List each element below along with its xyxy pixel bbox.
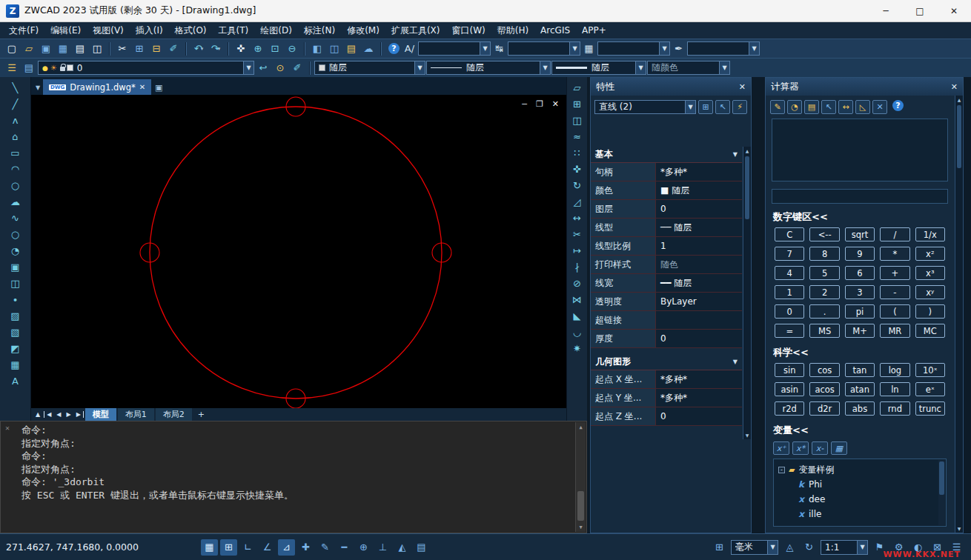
erase-icon[interactable]: ▱ bbox=[569, 79, 586, 96]
command-scrollbar[interactable]: ▲ ▼ bbox=[575, 422, 586, 532]
plot-icon[interactable]: ▤ bbox=[72, 41, 88, 56]
variable-item[interactable]: x ille bbox=[778, 507, 935, 521]
property-value[interactable]: *多种* bbox=[656, 370, 742, 388]
region-icon[interactable]: ◩ bbox=[7, 340, 24, 356]
annotation-visibility-icon[interactable]: ◬ bbox=[781, 539, 798, 556]
arc-icon[interactable]: ◠ bbox=[7, 161, 24, 177]
first-tab-icon[interactable]: ◀ bbox=[44, 411, 53, 418]
scroll-down-icon[interactable]: ▼ bbox=[958, 524, 961, 533]
distance-icon[interactable]: ↔ bbox=[838, 100, 853, 114]
command-line-window[interactable]: ✕ 命令:指定对角点:命令:指定对角点:命令: '_3dorbit按 ESC 或… bbox=[0, 421, 587, 533]
property-row[interactable]: 打印样式 随色 bbox=[591, 256, 742, 274]
property-value[interactable]: 0 bbox=[656, 200, 742, 218]
copy-object-icon[interactable]: ⊞ bbox=[569, 96, 586, 112]
calc-key[interactable]: eˣ bbox=[915, 382, 945, 396]
calc-key[interactable]: MC bbox=[915, 324, 945, 338]
ortho-toggle[interactable]: ∟ bbox=[239, 539, 256, 556]
intersection-icon[interactable]: ✕ bbox=[872, 100, 887, 114]
document-tab[interactable]: DWG Drawing1.dwg* ✕ bbox=[43, 79, 151, 95]
dynamic-input-toggle[interactable]: ✎ bbox=[317, 539, 334, 556]
history-icon[interactable]: ◔ bbox=[787, 100, 802, 114]
extend-icon[interactable]: ↦ bbox=[569, 242, 586, 259]
scrollbar-thumb[interactable] bbox=[957, 105, 961, 168]
insert-block-icon[interactable]: ▣ bbox=[7, 259, 24, 275]
collapse-icon[interactable]: ▼ bbox=[733, 359, 738, 365]
menu-item[interactable]: 帮助(H) bbox=[491, 23, 534, 39]
calculator-scrollbar[interactable]: ▲ ▼ bbox=[955, 96, 963, 533]
fillet-icon[interactable]: ◡ bbox=[569, 324, 586, 340]
calc-key[interactable]: ( bbox=[880, 304, 909, 319]
minimize-button[interactable]: ─ bbox=[869, 0, 903, 21]
close-button[interactable]: ✕ bbox=[937, 0, 971, 21]
calc-key[interactable]: tan bbox=[845, 363, 875, 377]
doc-minimize-icon[interactable]: ─ bbox=[522, 99, 527, 109]
scientific-section-title[interactable]: 科学<< bbox=[766, 339, 954, 361]
named-views-icon[interactable]: ◧ bbox=[309, 41, 325, 56]
new-document-icon[interactable]: ▣ bbox=[151, 83, 166, 95]
calc-key[interactable]: C bbox=[775, 227, 804, 241]
numpad-section-title[interactable]: 数字键区<< bbox=[766, 204, 954, 226]
construction-line-icon[interactable]: ╱ bbox=[7, 96, 24, 112]
paste-icon[interactable]: ⊟ bbox=[148, 41, 165, 56]
property-row[interactable]: 超链接 bbox=[591, 311, 742, 330]
menu-item[interactable]: 窗口(W) bbox=[445, 23, 491, 39]
rectangle-icon[interactable]: ▭ bbox=[7, 144, 24, 161]
property-row[interactable]: 句柄 *多种* bbox=[591, 163, 742, 181]
calculator-grid-icon[interactable]: ▦ bbox=[831, 441, 847, 455]
calc-key[interactable]: 2 bbox=[809, 285, 839, 299]
calc-key[interactable]: trunc bbox=[915, 401, 945, 416]
property-value[interactable] bbox=[656, 311, 742, 329]
units-grid-icon[interactable]: ⊞ bbox=[711, 539, 728, 556]
menu-item[interactable]: 修改(M) bbox=[341, 23, 385, 39]
chevron-down-icon[interactable]: ▼ bbox=[659, 42, 669, 55]
hatch-icon[interactable]: ▨ bbox=[7, 307, 24, 324]
save-as-icon[interactable]: ▦ bbox=[55, 41, 71, 56]
property-row[interactable]: 线宽 ━━ 随层 bbox=[591, 274, 742, 293]
pickadd-toggle-icon[interactable]: ⊞ bbox=[698, 100, 713, 114]
menu-item[interactable]: 绘图(D) bbox=[254, 23, 298, 39]
tab-list-dropdown-icon[interactable]: ▼ bbox=[33, 84, 43, 95]
annotation-toggle[interactable]: ◭ bbox=[394, 539, 411, 556]
markup-icon[interactable]: ☁ bbox=[360, 41, 377, 56]
style-combobox[interactable]: ▼ bbox=[508, 41, 580, 56]
calc-key[interactable]: 7 bbox=[775, 247, 804, 261]
cycle-select-toggle[interactable]: ⊕ bbox=[355, 539, 372, 556]
zoom-previous-icon[interactable]: ⊖ bbox=[284, 41, 300, 56]
gradient-icon[interactable]: ▧ bbox=[7, 324, 24, 340]
edit-expression-icon[interactable]: ✎ bbox=[770, 100, 785, 114]
layer-combobox[interactable]: ● ☀ 0 ▼ bbox=[38, 61, 254, 75]
tree-root-row[interactable]: - ▰ 变量样例 bbox=[778, 462, 935, 477]
scroll-down-icon[interactable]: ▼ bbox=[579, 522, 582, 532]
calc-key[interactable]: pi bbox=[845, 304, 875, 319]
properties-close-icon[interactable]: ✕ bbox=[739, 82, 746, 92]
plot-preview-icon[interactable]: ◫ bbox=[89, 41, 105, 56]
color-combobox[interactable]: 随层 ▼ bbox=[314, 61, 425, 75]
calc-key[interactable]: 6 bbox=[845, 266, 875, 280]
calc-key[interactable]: abs bbox=[845, 401, 875, 416]
section-geometry[interactable]: 几何图形▼ bbox=[591, 354, 742, 370]
delete-variable-icon[interactable]: x- bbox=[812, 441, 828, 455]
property-value[interactable]: *多种* bbox=[656, 163, 742, 181]
explode-icon[interactable]: ✷ bbox=[569, 340, 586, 356]
spline-icon[interactable]: ∿ bbox=[7, 210, 24, 226]
calc-key[interactable]: x³ bbox=[915, 266, 945, 280]
copy-icon[interactable]: ⊞ bbox=[131, 41, 148, 56]
chamfer-icon[interactable]: ◣ bbox=[569, 307, 586, 324]
paste-to-command-icon[interactable]: ▤ bbox=[804, 100, 819, 114]
property-row[interactable]: 线型比例 1 bbox=[591, 237, 742, 256]
stretch-icon[interactable]: ↔ bbox=[569, 210, 586, 226]
calc-key[interactable]: sqrt bbox=[845, 227, 875, 241]
last-tab-icon[interactable]: ▶ bbox=[74, 411, 84, 418]
point-icon[interactable]: ∙ bbox=[7, 291, 24, 307]
array-icon[interactable]: ∷ bbox=[569, 144, 586, 161]
tree-scrollbar[interactable] bbox=[938, 460, 945, 525]
pan-icon[interactable]: ✜ bbox=[233, 41, 249, 56]
join-icon[interactable]: ⋈ bbox=[569, 291, 586, 307]
calc-key[interactable]: MR bbox=[880, 324, 909, 338]
calc-key[interactable]: acos bbox=[809, 382, 839, 396]
scale-icon[interactable]: ◿ bbox=[569, 193, 586, 210]
property-row[interactable]: 线型 ── 随层 bbox=[591, 219, 742, 237]
angle-icon[interactable]: ◺ bbox=[855, 100, 870, 114]
calc-key[interactable]: M+ bbox=[845, 324, 875, 338]
property-value[interactable]: *多种* bbox=[656, 389, 742, 407]
